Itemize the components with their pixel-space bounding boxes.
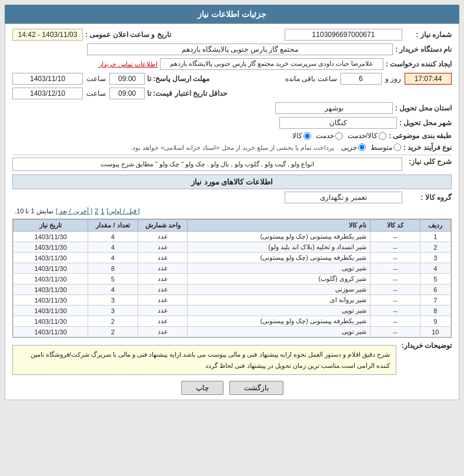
cell-name: شیر یکطرفه پیستونی (چک ولو پیستونی)	[188, 316, 370, 327]
category-radio-group: کالا/خدمت خدمت کالا	[292, 132, 386, 140]
cell-date: 1403/11/30	[14, 253, 88, 263]
cell-unit: عدد	[138, 316, 188, 327]
category-kala-item[interactable]: کالا	[292, 132, 311, 140]
date-value: 1403/11/03 - 14:42	[12, 29, 83, 41]
cell-name: شیر پروانه ای	[188, 295, 370, 306]
cell-code: --	[370, 316, 420, 327]
cell-date: 1403/11/30	[14, 316, 88, 327]
col-header-date: تاریخ نیاز	[14, 220, 88, 232]
category-kala-radio[interactable]	[303, 132, 311, 140]
group-value: تعمیر و نگهداری	[285, 192, 402, 203]
cell-qty: 4	[88, 242, 138, 253]
province-value: بوشهر	[275, 102, 393, 114]
cell-code: --	[370, 242, 420, 253]
cell-row: 8	[420, 306, 450, 316]
cell-qty: 4	[88, 284, 138, 295]
paging-prev[interactable]: [ قبل / اولین]	[106, 207, 139, 215]
category-kala-khadamat-item[interactable]: کالا/خدمت	[348, 132, 386, 140]
cell-name: شیر سوزنی	[188, 284, 370, 295]
purchase-partial-radio[interactable]	[358, 143, 366, 151]
cell-unit: عدد	[138, 253, 188, 263]
paging-1[interactable]: 1	[101, 207, 104, 215]
notes-value: شرح دقیق اقلام و دستور العمل نحوه ارایه …	[12, 345, 396, 375]
purchase-partial-item[interactable]: جزیی	[341, 143, 366, 152]
purchase-note: پرداخت تمام یا بخشی از مبلغ خرید از محل …	[131, 144, 334, 152]
purchase-medium-item[interactable]: متوسط	[370, 143, 401, 152]
buyer-label: نام دستگاه خریدار :	[395, 45, 452, 53]
cell-code: --	[370, 253, 420, 263]
cell-name: شیر توپی	[188, 327, 370, 337]
cell-qty: 2	[88, 316, 138, 327]
cell-date: 1403/11/30	[14, 274, 88, 284]
cell-code: --	[370, 327, 420, 337]
reply-deadline-label: مهلت ارسال پاسخ: تا	[147, 75, 209, 83]
purchase-medium-label: متوسط	[370, 143, 392, 152]
city-value: کنگان	[279, 117, 397, 129]
page-title: جزئیات اطلاعات نیاز	[198, 9, 266, 19]
col-header-qty: تعداد / مقدار	[88, 220, 138, 232]
srh-value: انواع ولو , گیت ولو , گلوب ولو , بال ولو…	[12, 157, 402, 171]
col-header-unit: واحد شمارش	[138, 220, 188, 232]
reply-date: 1403/11/10	[12, 73, 83, 85]
purchase-partial-label: جزیی	[341, 143, 357, 152]
cell-name: شیر یکطرفه پیستونی (چک ولو پیستونی)	[188, 253, 370, 263]
col-header-row: ردیف	[420, 220, 450, 232]
cell-date: 1403/11/30	[14, 242, 88, 253]
need-number-value: 1103096697000671	[285, 29, 402, 41]
cell-name: شیر توپی	[188, 263, 370, 274]
cell-unit: عدد	[138, 295, 188, 306]
category-khadamat-item[interactable]: خدمت	[316, 132, 343, 140]
purchase-type-group: متوسط جزیی	[341, 143, 401, 152]
table-row: 7 -- شیر پروانه ای عدد 3 1403/11/30	[14, 295, 451, 306]
table-row: 4 -- شیر توپی عدد 8 1403/11/30	[14, 263, 451, 274]
divider1	[12, 155, 452, 155]
city-label: شهر محل تحویل :	[399, 119, 452, 127]
items-table: ردیف کد کالا نام کالا واحد شمارش تعداد /…	[13, 219, 451, 337]
table-row: 9 -- شیر یکطرفه پیستونی (چک ولو پیستونی)…	[14, 316, 451, 327]
table-row: 10 -- شیر توپی عدد 2 1403/11/30	[14, 327, 451, 337]
cell-unit: عدد	[138, 242, 188, 253]
cell-name: شیر یکطرفه پیستونی (چک ولو پیستونی)	[188, 232, 370, 242]
paging-next[interactable]: [ آخرین / بعد ]	[56, 207, 92, 215]
page-header: جزئیات اطلاعات نیاز	[5, 5, 459, 24]
paging-2[interactable]: 2	[95, 207, 98, 215]
price-deadline-label: حداقل تاریخ اعتبار قیمت: تا	[147, 89, 227, 98]
reply-days: 6	[341, 73, 382, 85]
date-label: تاریخ و ساعت اعلان عمومی :	[85, 31, 171, 39]
cell-qty: 4	[88, 253, 138, 263]
remaining-suffix: ساعت باقی مانده	[285, 75, 337, 83]
category-kala-label: کالا	[292, 132, 302, 140]
cell-row: 1	[420, 232, 450, 242]
cell-date: 1403/11/30	[14, 327, 88, 337]
purchase-medium-radio[interactable]	[393, 143, 401, 151]
action-buttons: بازگشت چاپ	[12, 381, 452, 395]
category-kala-khadamat-radio[interactable]	[379, 132, 386, 140]
contact-link[interactable]: اطلاعات تماس خریدار	[99, 61, 158, 68]
col-header-code: کد کالا	[370, 220, 420, 232]
requester-value: علامرضا حیات داودی سرپرست خرید مجتمع گاز…	[160, 58, 383, 70]
cell-date: 1403/11/30	[14, 232, 88, 242]
cell-qty: 8	[88, 263, 138, 274]
cell-qty: 5	[88, 274, 138, 284]
price-date: 1403/12/10	[12, 88, 83, 99]
cell-qty: 3	[88, 295, 138, 306]
cell-date: 1403/11/30	[14, 306, 88, 316]
cell-name: شیر انسداد و تخلیه (بلاک اند بلید ولو)	[188, 242, 370, 253]
cell-unit: عدد	[138, 232, 188, 242]
table-row: 8 -- شیر توپی عدد 3 1403/11/30	[14, 306, 451, 316]
price-time: 09:00	[109, 88, 145, 99]
cell-unit: عدد	[138, 274, 188, 284]
cell-qty: 3	[88, 306, 138, 316]
cell-row: 7	[420, 295, 450, 306]
category-kala-khadamat-label: کالا/خدمت	[348, 132, 378, 140]
print-button[interactable]: چاپ	[181, 381, 223, 395]
back-button[interactable]: بازگشت	[229, 381, 283, 395]
cell-row: 6	[420, 284, 450, 295]
cell-code: --	[370, 306, 420, 316]
cell-date: 1403/11/30	[14, 263, 88, 274]
reply-time: 09:00	[109, 73, 145, 85]
category-khadamat-radio[interactable]	[335, 132, 343, 140]
time-label: ساعت	[86, 75, 106, 83]
category-khadamat-label: خدمت	[316, 132, 334, 140]
cell-row: 4	[420, 263, 450, 274]
